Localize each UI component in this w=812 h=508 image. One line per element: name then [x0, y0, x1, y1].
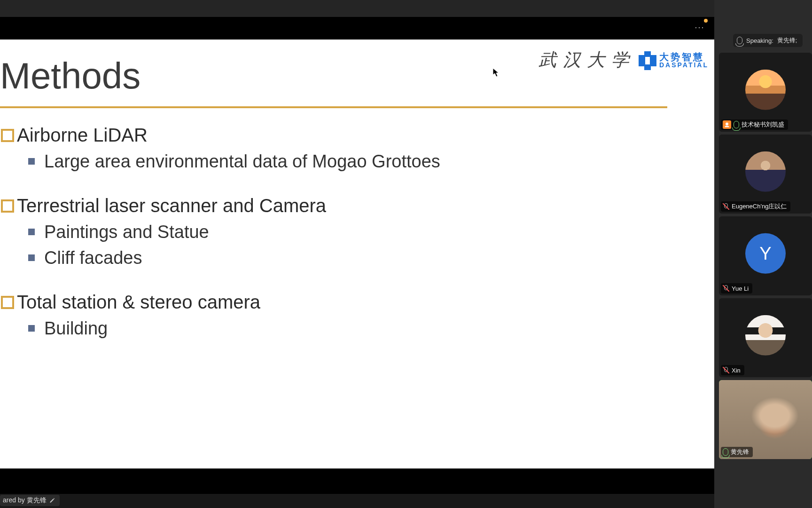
- title-underline: [0, 106, 667, 108]
- host-badge-icon: [723, 120, 731, 129]
- daspatial-logo-cn: 大势智慧: [659, 52, 709, 62]
- participant-tile[interactable]: 技术秘书刘凯盛: [719, 53, 812, 132]
- bullet-l2: Building: [1, 318, 440, 339]
- presentation-letterbox-bottom: [0, 468, 714, 494]
- participant-label: 技术秘书刘凯盛: [721, 119, 788, 130]
- bullet-l1: Total station & stereo camera: [1, 291, 440, 313]
- bullet-l1: Terrestrial laser scanner and Camera: [1, 195, 440, 216]
- bullet-l2: Paintings and Statue: [1, 222, 440, 243]
- daspatial-logo-en: DASPATIAL: [659, 62, 709, 68]
- avatar: [745, 70, 786, 110]
- speaking-indicator: Speaking: 黄先锋;: [733, 34, 803, 47]
- mic-muted-icon: [723, 367, 729, 373]
- participant-name: EugeneCh'ng庄以仁: [732, 202, 787, 211]
- bullet-l2: Cliff facades: [1, 248, 440, 269]
- mic-icon: [723, 448, 728, 456]
- participant-label: Yue Li: [721, 283, 752, 294]
- daspatial-logo: 大势智慧 DASPATIAL: [639, 51, 709, 69]
- mic-icon: [737, 37, 742, 44]
- participant-name: 黄先锋: [731, 448, 749, 456]
- presentation-letterbox-top: [0, 17, 714, 40]
- participant-label: 黄先锋: [721, 447, 753, 457]
- avatar: Y: [745, 233, 786, 274]
- cursor-icon: [492, 68, 499, 77]
- participant-tile[interactable]: EugeneCh'ng庄以仁: [719, 135, 812, 214]
- participant-label: Xin: [721, 365, 744, 375]
- participant-tiles: 技术秘书刘凯盛 EugeneCh'ng庄以仁 Y Yue Li Xin: [719, 53, 812, 459]
- bullet-l1: Airborne LiDAR: [1, 124, 440, 146]
- participants-panel: Speaking: 黄先锋; 技术秘书刘凯盛 EugeneCh'ng庄以仁 Y: [714, 0, 812, 508]
- shared-screen: ··· Methods 武 汉 大 学 大势智慧 DASPATIAL Airbo…: [0, 0, 714, 508]
- more-options-button[interactable]: ···: [694, 23, 706, 32]
- annotate-icon[interactable]: [49, 498, 55, 503]
- shared-by-label: ared by 黄先锋: [3, 496, 47, 505]
- slide-title: Methods: [0, 55, 141, 97]
- avatar: [745, 315, 786, 356]
- wuhan-university-logo: 武 汉 大 学: [539, 48, 630, 72]
- avatar: [745, 151, 786, 192]
- presentation-topbar: [0, 0, 714, 17]
- participant-tile[interactable]: Xin: [719, 298, 812, 377]
- avatar-letter: Y: [759, 243, 771, 263]
- participant-name: Xin: [732, 367, 741, 374]
- daspatial-icon: [639, 51, 656, 69]
- bullet-l2: Large area environmental data of Mogao G…: [1, 151, 440, 172]
- slide: Methods 武 汉 大 学 大势智慧 DASPATIAL Airborne …: [0, 40, 714, 468]
- participant-tile[interactable]: 黄先锋: [719, 380, 812, 459]
- shared-by-pill[interactable]: ared by 黄先锋: [0, 495, 60, 506]
- slide-bullets: Airborne LiDAR Large area environmental …: [1, 124, 440, 362]
- participant-tile[interactable]: Y Yue Li: [719, 216, 812, 295]
- speaking-prefix: Speaking:: [746, 37, 773, 44]
- mic-muted-icon: [723, 203, 729, 210]
- participant-name: Yue Li: [732, 285, 749, 292]
- participant-name: 技术秘书刘凯盛: [742, 120, 784, 129]
- mic-icon: [734, 121, 739, 128]
- slide-logos: 武 汉 大 学 大势智慧 DASPATIAL: [539, 48, 709, 72]
- speaking-name: 黄先锋;: [777, 36, 797, 45]
- participant-label: EugeneCh'ng庄以仁: [721, 201, 790, 212]
- mic-muted-icon: [723, 285, 729, 292]
